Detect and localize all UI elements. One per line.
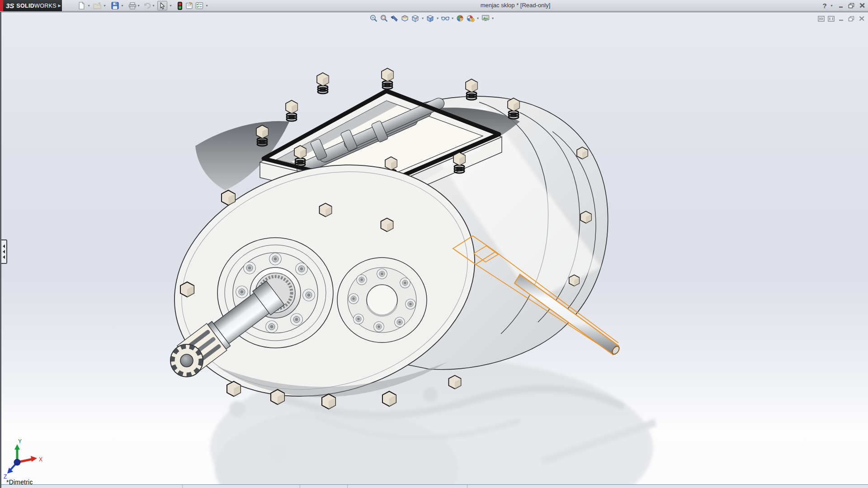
file-properties-button[interactable] — [184, 1, 194, 10]
new-document-icon — [78, 2, 85, 9]
traffic-light-icon — [178, 2, 182, 10]
model-scene: Y X Z — [1, 12, 868, 488]
status-bar — [1, 484, 868, 488]
pane-left-button[interactable] — [817, 15, 825, 22]
reference-triad: Y X Z — [4, 438, 42, 480]
status-divider — [347, 485, 348, 488]
display-style-dropdown[interactable]: ▾ — [435, 13, 440, 23]
zoom-to-area-icon — [380, 14, 388, 22]
menu-expand-arrow[interactable]: ▶ — [57, 0, 62, 11]
save-dropdown[interactable]: ▾ — [120, 1, 125, 10]
select-tool-dropdown[interactable]: ▾ — [168, 1, 173, 10]
chevron-left-icon — [3, 255, 5, 259]
view-orientation-dropdown[interactable]: ▾ — [420, 13, 425, 23]
previous-view-button[interactable] — [389, 13, 400, 23]
solidworks-logo: 3S SOLIDWORKS — [3, 0, 57, 11]
undo-dropdown[interactable]: ▾ — [151, 1, 156, 10]
hex-bolt — [569, 275, 580, 286]
heads-up-view-toolbar: ▾ ▾ ▾ ▾ ▾ — [368, 13, 495, 23]
chevron-left-icon — [3, 250, 5, 253]
status-divider — [467, 485, 467, 488]
save-button[interactable] — [110, 1, 120, 10]
graphics-area[interactable]: Y X Z ▾ ▾ — [0, 12, 868, 488]
cover-flange-right[interactable] — [337, 258, 427, 343]
doc-close-icon — [859, 16, 865, 21]
dassault-3ds-icon: 3S — [6, 2, 14, 9]
open-document-button[interactable] — [92, 1, 102, 10]
restore-button[interactable] — [847, 2, 855, 9]
save-floppy-icon — [111, 2, 119, 9]
view-settings-icon — [481, 14, 490, 22]
apply-scene-icon — [467, 14, 475, 22]
pane-right-icon — [828, 16, 835, 22]
appearance-sphere-icon — [456, 14, 464, 22]
triad-x-label: X — [39, 456, 42, 463]
pane-right-button[interactable] — [827, 15, 835, 22]
previous-view-icon — [391, 14, 398, 22]
view-settings-button[interactable] — [480, 13, 491, 23]
solidworks-window: 3S SOLIDWORKS ▶ ▾ ▾ ▾ ▾ ▾ ▾ — [0, 0, 868, 488]
apply-scene-button[interactable] — [465, 13, 476, 23]
doc-minimize-icon — [839, 16, 844, 21]
open-document-dropdown[interactable]: ▾ — [102, 1, 107, 10]
restore-icon — [848, 3, 854, 9]
section-view-button[interactable] — [400, 13, 410, 23]
display-style-button[interactable] — [425, 13, 435, 23]
zoom-to-fit-icon — [370, 14, 377, 22]
new-document-button[interactable] — [76, 1, 86, 10]
options-dropdown[interactable]: ▾ — [204, 1, 209, 10]
view-orientation-button[interactable] — [410, 13, 420, 23]
rebuild-button[interactable] — [175, 1, 185, 10]
accent-strip — [0, 0, 3, 11]
hide-show-items-button[interactable] — [440, 13, 450, 23]
hex-bolt — [580, 211, 591, 223]
close-button[interactable] — [858, 2, 866, 9]
minimize-icon — [839, 3, 844, 8]
apply-scene-dropdown[interactable]: ▾ — [476, 13, 480, 23]
select-cursor-icon — [159, 2, 166, 9]
new-document-dropdown[interactable]: ▾ — [86, 1, 91, 10]
view-settings-dropdown[interactable]: ▾ — [491, 13, 495, 23]
feature-manager-collapsed-tab[interactable] — [1, 239, 7, 264]
brand-name: SOLIDWORKS — [16, 3, 56, 9]
options-button[interactable] — [194, 1, 204, 10]
help-button[interactable]: ? — [821, 2, 828, 9]
view-orientation-icon — [411, 14, 419, 22]
options-checklist-icon — [195, 2, 203, 9]
file-properties-icon — [185, 2, 193, 9]
minimize-button[interactable] — [837, 2, 845, 9]
help-dropdown[interactable]: ▾ — [829, 2, 834, 9]
titlebar: 3S SOLIDWORKS ▶ ▾ ▾ ▾ ▾ ▾ ▾ — [0, 0, 868, 11]
undo-arrow-icon — [143, 2, 151, 9]
select-tool-button[interactable] — [157, 1, 167, 10]
hex-bolt — [577, 147, 588, 159]
edit-appearance-button[interactable] — [455, 13, 465, 23]
section-view-icon — [401, 14, 409, 22]
print-dropdown[interactable]: ▾ — [136, 1, 141, 10]
triad-y-label: Y — [18, 438, 22, 445]
zoom-to-area-button[interactable] — [379, 13, 389, 23]
eyeglasses-icon — [441, 14, 449, 22]
display-style-icon — [426, 14, 434, 22]
open-folder-icon — [93, 2, 101, 9]
doc-restore-icon — [848, 16, 854, 22]
status-divider — [182, 485, 183, 488]
document-title: menjac sklop * [Read-only] — [481, 2, 551, 9]
chevron-left-icon — [3, 244, 5, 248]
close-icon — [859, 3, 865, 8]
doc-restore-button[interactable] — [847, 15, 855, 22]
zoom-to-fit-button[interactable] — [368, 13, 379, 23]
pane-left-icon — [818, 16, 825, 22]
status-divider — [300, 485, 300, 488]
doc-close-button[interactable] — [858, 15, 866, 22]
doc-minimize-button[interactable] — [837, 15, 845, 22]
printer-icon — [128, 2, 137, 9]
hide-show-items-dropdown[interactable]: ▾ — [450, 13, 455, 23]
